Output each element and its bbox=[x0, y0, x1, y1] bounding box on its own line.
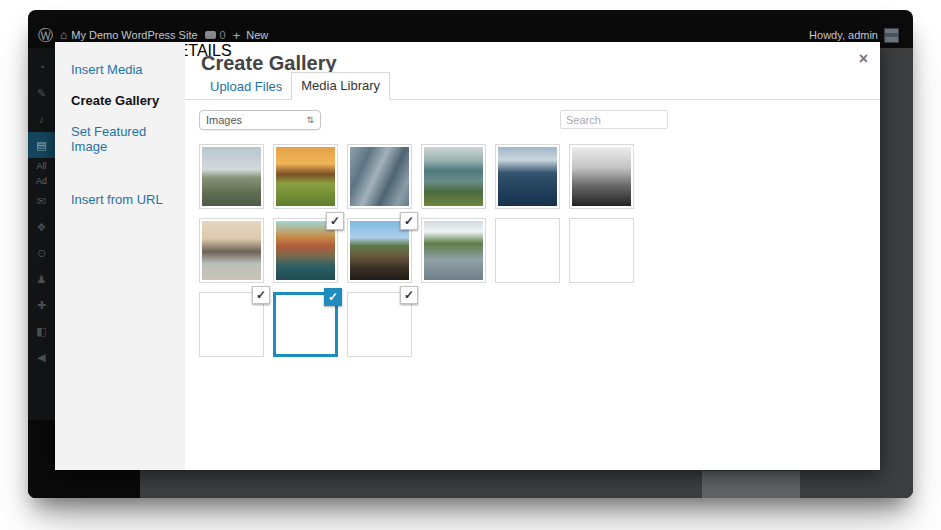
media-router-tabs: Upload Files Media Library bbox=[201, 72, 390, 100]
media-thumbnail-highland-cow[interactable]: ✓ bbox=[495, 218, 560, 283]
menu-item-set-featured-image[interactable]: Set Featured Image bbox=[55, 116, 185, 162]
tools-icon[interactable]: ✚ bbox=[28, 292, 55, 318]
pages-icon[interactable]: ▤ bbox=[28, 132, 55, 158]
home-icon: ⌂ bbox=[60, 28, 67, 42]
filter-selected-value: Images bbox=[206, 114, 242, 126]
menu-item-insert-from-url[interactable]: Insert from URL bbox=[55, 184, 185, 215]
settings-icon[interactable]: ◧ bbox=[28, 318, 55, 344]
adminbar-site-link[interactable]: ⌂ My Demo WordPress Site bbox=[60, 28, 198, 42]
dimmed-page-element bbox=[702, 471, 800, 498]
plus-icon: + bbox=[233, 28, 241, 43]
media-thumbnail-autumn-forest[interactable]: ✓ bbox=[199, 292, 264, 357]
comments-bubble-icon bbox=[205, 31, 216, 39]
check-icon: ✓ bbox=[400, 286, 418, 304]
media-thumbnail-sunrise-field[interactable]: ✓ bbox=[347, 292, 412, 357]
media-thumbnail-meadow-field[interactable]: ✓ bbox=[199, 144, 264, 209]
search-input[interactable] bbox=[560, 110, 668, 129]
tab-media-library[interactable]: Media Library bbox=[291, 72, 390, 100]
media-modal-menu: Insert Media Create Gallery Set Featured… bbox=[55, 42, 185, 470]
menu-item-create-gallery[interactable]: Create Gallery bbox=[55, 85, 185, 116]
media-thumbnail-canal-houses[interactable]: ✓ bbox=[273, 218, 338, 283]
submenu-add-label[interactable]: Ad bbox=[28, 173, 55, 188]
appearance-icon[interactable]: ❖ bbox=[28, 214, 55, 240]
media-thumbnail-mountain-road[interactable]: ✓ bbox=[421, 218, 486, 283]
media-modal: Insert Media Create Gallery Set Featured… bbox=[55, 42, 880, 470]
media-thumbnail-water-texture[interactable]: ✓ bbox=[347, 144, 412, 209]
check-icon: ✓ bbox=[326, 212, 344, 230]
check-icon: ✓ bbox=[252, 286, 270, 304]
media-modal-header: Create Gallery × Upload Files Media Libr… bbox=[185, 42, 880, 100]
tab-upload-files[interactable]: Upload Files bbox=[201, 74, 291, 100]
adminbar-howdy[interactable]: Howdy, admin bbox=[809, 29, 878, 41]
wordpress-logo-icon[interactable]: Ⓦ bbox=[38, 26, 53, 45]
media-thumbnail-lake-reeds[interactable]: ✓ bbox=[421, 144, 486, 209]
browser-screen-frame: Ⓦ ⌂ My Demo WordPress Site 0 + New Howdy… bbox=[28, 10, 913, 498]
media-thumbnail-bw-cityscape[interactable]: ✓ bbox=[569, 144, 634, 209]
comments-count: 0 bbox=[220, 29, 226, 41]
check-icon: ✓ bbox=[324, 288, 342, 306]
media-type-filter-dropdown[interactable]: Images ⇅ bbox=[199, 110, 321, 130]
media-thumbnail-railway-tracks[interactable]: ✓ bbox=[347, 218, 412, 283]
media-thumbnail-sea-stacks[interactable]: ✓ bbox=[199, 218, 264, 283]
menu-item-insert-media[interactable]: Insert Media bbox=[55, 54, 185, 85]
users-icon[interactable]: ♟ bbox=[28, 266, 55, 292]
close-icon[interactable]: × bbox=[859, 50, 868, 68]
media-thumbnail-sunset-pasture[interactable]: ✓ bbox=[273, 144, 338, 209]
adminbar-new-label: New bbox=[246, 29, 268, 41]
adminbar-comments[interactable]: 0 bbox=[205, 29, 226, 41]
check-icon: ✓ bbox=[400, 212, 418, 230]
posts-icon[interactable]: ✎ bbox=[28, 80, 55, 106]
attachments-grid: ✓ ✓ ✓ ✓ ✓ ✓ ✓ ✓ ✓ ✓ ✓ ✓ ✓ ✓ ✓ bbox=[199, 144, 659, 366]
media-thumbnail-stormy-lake[interactable]: ✓ bbox=[569, 218, 634, 283]
submenu-all-label[interactable]: All bbox=[28, 158, 55, 173]
select-arrows-icon: ⇅ bbox=[306, 115, 314, 125]
user-avatar[interactable] bbox=[884, 28, 899, 43]
adminbar-site-name: My Demo WordPress Site bbox=[71, 29, 197, 41]
dashboard-icon[interactable]: ◔ bbox=[28, 54, 55, 80]
collapse-menu-icon[interactable]: ◀ bbox=[28, 344, 55, 370]
media-icon[interactable]: ♪ bbox=[28, 106, 55, 132]
adminbar-new-button[interactable]: + New bbox=[233, 28, 269, 43]
media-thumbnail-green-mountains[interactable]: ✓ bbox=[273, 292, 338, 357]
comments-icon[interactable]: ✉ bbox=[28, 188, 55, 214]
attachments-browser: Images ⇅ ✓ ✓ ✓ ✓ ✓ ✓ ✓ ✓ ✓ ✓ ✓ ✓ ✓ ✓ ✓ bbox=[185, 100, 686, 425]
plugins-icon[interactable]: ⊙ bbox=[28, 240, 55, 266]
media-thumbnail-stormy-sea[interactable]: ✓ bbox=[495, 144, 560, 209]
